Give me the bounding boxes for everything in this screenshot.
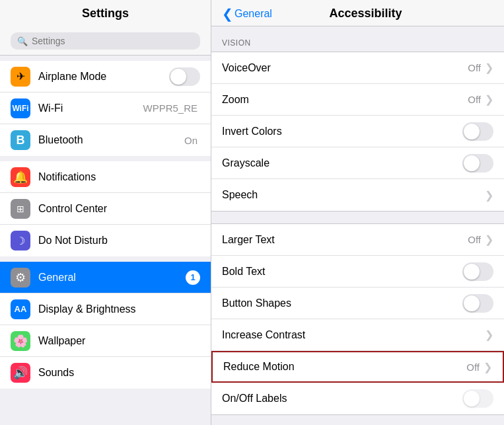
invert-colors-label: Invert Colors xyxy=(222,126,462,137)
general-badge: 1 xyxy=(186,270,200,285)
sidebar-group-connectivity: ✈ Airplane Mode WiFi Wi-Fi WPPR5_RE B Bl… xyxy=(0,56,211,156)
notifications-icon: 🔔 xyxy=(11,167,30,187)
sidebar-item-notifications[interactable]: 🔔 Notifications xyxy=(0,161,211,193)
sidebar-item-bluetooth[interactable]: B Bluetooth On xyxy=(0,124,211,156)
reduce-motion-value: Off xyxy=(466,362,480,373)
bold-text-label: Bold Text xyxy=(222,266,462,278)
grayscale-row[interactable]: Grayscale xyxy=(211,147,504,179)
back-button[interactable]: ❮ General xyxy=(222,7,272,20)
sounds-icon: 🔊 xyxy=(11,363,30,383)
main-content: VISION VoiceOver Off ❯ Zoom Off ❯ Invert… xyxy=(211,26,504,425)
sidebar-group-display: ⚙ General 1 AA Display & Brightness 🌸 Wa… xyxy=(0,256,211,389)
interaction-card: Larger Text Off ❯ Bold Text Button Shape… xyxy=(211,223,504,415)
airplane-mode-toggle[interactable] xyxy=(169,67,200,86)
button-shapes-label: Button Shapes xyxy=(222,297,462,309)
sidebar-item-label: Wi-Fi xyxy=(38,102,135,114)
button-shapes-toggle[interactable] xyxy=(462,294,493,313)
sidebar-item-label: Sounds xyxy=(38,367,200,379)
wifi-icon: WiFi xyxy=(11,98,30,118)
bluetooth-value: On xyxy=(184,135,198,146)
display-icon: AA xyxy=(11,299,30,319)
control-center-icon: ⊞ xyxy=(11,199,30,219)
invert-colors-toggle[interactable] xyxy=(462,122,493,141)
sidebar-list: ✈ Airplane Mode WiFi Wi-Fi WPPR5_RE B Bl… xyxy=(0,56,211,425)
main-panel: ❮ General Accessibility VISION VoiceOver… xyxy=(211,0,504,425)
zoom-value: Off xyxy=(468,94,481,105)
reduce-motion-chevron-icon: ❯ xyxy=(484,361,492,373)
increase-contrast-label: Increase Contrast xyxy=(222,329,485,341)
larger-text-chevron-icon: ❯ xyxy=(485,233,493,246)
larger-text-label: Larger Text xyxy=(222,234,468,246)
wifi-value: WPPR5_RE xyxy=(143,102,198,114)
reduce-motion-row[interactable]: Reduce Motion Off ❯ xyxy=(211,351,504,383)
sidebar-item-wallpaper[interactable]: 🌸 Wallpaper xyxy=(0,325,211,357)
onoff-labels-label: On/Off Labels xyxy=(222,393,462,405)
sidebar-title: Settings xyxy=(0,0,211,26)
chevron-left-icon: ❮ xyxy=(222,7,233,20)
sidebar-item-label: Wallpaper xyxy=(38,335,200,347)
do-not-disturb-icon: ☽ xyxy=(11,231,30,251)
sidebar-item-control-center[interactable]: ⊞ Control Center xyxy=(0,193,211,225)
zoom-chevron-icon: ❯ xyxy=(485,93,493,106)
zoom-label: Zoom xyxy=(222,94,468,106)
back-label: General xyxy=(234,8,272,20)
voiceover-chevron-icon: ❯ xyxy=(485,61,493,74)
sidebar-item-wifi[interactable]: WiFi Wi-Fi WPPR5_RE xyxy=(0,93,211,124)
main-header: ❮ General Accessibility xyxy=(211,0,504,26)
sidebar: Settings 🔍 ✈ Airplane Mode WiFi Wi-Fi WP… xyxy=(0,0,211,425)
vision-section-label: VISION xyxy=(211,38,504,52)
increase-contrast-chevron-icon: ❯ xyxy=(485,328,493,341)
sidebar-item-label: Notifications xyxy=(38,171,200,183)
onoff-labels-row[interactable]: On/Off Labels xyxy=(211,383,504,414)
search-icon: 🔍 xyxy=(17,36,28,46)
voiceover-label: VoiceOver xyxy=(222,62,468,74)
voiceover-value: Off xyxy=(468,62,481,73)
onoff-labels-toggle[interactable] xyxy=(462,389,493,408)
speech-row[interactable]: Speech ❯ xyxy=(211,179,504,211)
wallpaper-icon: 🌸 xyxy=(11,331,30,351)
sidebar-item-label: Airplane Mode xyxy=(38,71,161,83)
sidebar-item-display[interactable]: AA Display & Brightness xyxy=(0,293,211,325)
voiceover-row[interactable]: VoiceOver Off ❯ xyxy=(211,52,504,84)
page-title: Accessibility xyxy=(277,7,454,20)
bluetooth-icon: B xyxy=(11,130,30,150)
bold-text-row[interactable]: Bold Text xyxy=(211,256,504,288)
speech-label: Speech xyxy=(222,189,485,201)
bold-text-toggle[interactable] xyxy=(462,262,493,281)
sidebar-item-do-not-disturb[interactable]: ☽ Do Not Disturb xyxy=(0,225,211,256)
reduce-motion-label: Reduce Motion xyxy=(223,361,466,373)
larger-text-value: Off xyxy=(468,234,481,245)
increase-contrast-row[interactable]: Increase Contrast ❯ xyxy=(211,319,504,351)
sidebar-item-label: Control Center xyxy=(38,203,200,215)
invert-colors-row[interactable]: Invert Colors xyxy=(211,116,504,147)
grayscale-label: Grayscale xyxy=(222,157,462,169)
sidebar-item-general[interactable]: ⚙ General 1 xyxy=(0,262,211,293)
zoom-row[interactable]: Zoom Off ❯ xyxy=(211,84,504,116)
vision-card: VoiceOver Off ❯ Zoom Off ❯ Invert Colors… xyxy=(211,52,504,212)
sidebar-item-label: Bluetooth xyxy=(38,134,176,146)
search-input[interactable] xyxy=(32,36,194,46)
sidebar-item-sounds[interactable]: 🔊 Sounds xyxy=(0,357,211,389)
airplane-mode-icon: ✈ xyxy=(11,67,30,87)
grayscale-toggle[interactable] xyxy=(462,154,493,173)
larger-text-row[interactable]: Larger Text Off ❯ xyxy=(211,224,504,256)
sidebar-search-bar[interactable]: 🔍 xyxy=(0,26,211,56)
speech-chevron-icon: ❯ xyxy=(485,189,493,202)
general-icon: ⚙ xyxy=(11,268,30,288)
sidebar-group-system: 🔔 Notifications ⊞ Control Center ☽ Do No… xyxy=(0,156,211,256)
sidebar-item-label: General xyxy=(38,272,178,284)
button-shapes-row[interactable]: Button Shapes xyxy=(211,288,504,319)
sidebar-item-airplane-mode[interactable]: ✈ Airplane Mode xyxy=(0,61,211,93)
sidebar-item-label: Do Not Disturb xyxy=(38,235,200,247)
sidebar-item-label: Display & Brightness xyxy=(38,303,200,315)
